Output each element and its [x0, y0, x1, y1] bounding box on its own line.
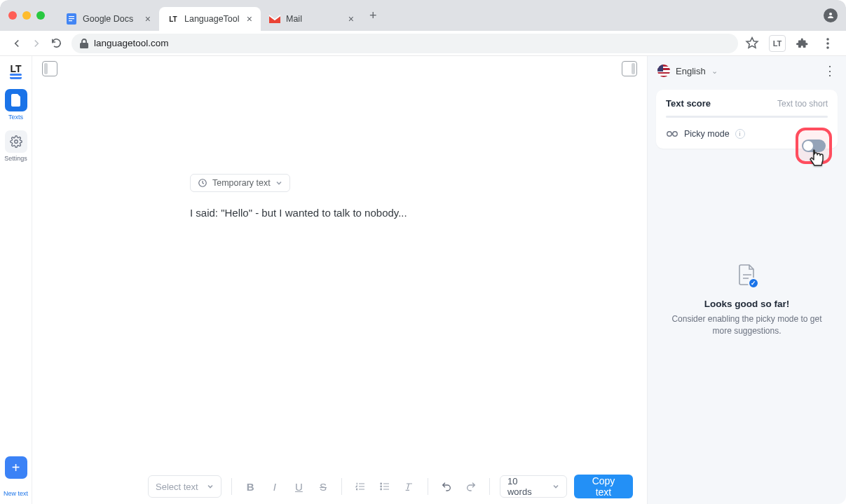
chevron-down-icon: ⌄	[711, 67, 718, 76]
svg-point-13	[381, 489, 382, 490]
select-label: Select text	[156, 482, 198, 492]
underline-button[interactable]: U	[290, 477, 308, 496]
sidebar-item-label: Settings	[4, 155, 27, 162]
tab-label: Google Docs	[83, 14, 133, 24]
svg-rect-5	[80, 43, 88, 48]
new-text-label: New text	[4, 490, 28, 497]
url-actions: LT	[744, 35, 839, 52]
editor-content[interactable]: I said: "Hello" - but I wanted to talk t…	[190, 207, 407, 219]
back-button[interactable]	[7, 34, 27, 53]
tab-languagetool[interactable]: LT LanguageTool ×	[159, 7, 261, 31]
sidebar-item-label: Texts	[8, 114, 23, 121]
svg-point-4	[829, 13, 832, 15]
italic-button[interactable]: I	[266, 477, 283, 496]
editor-header	[32, 56, 647, 81]
svg-point-6	[826, 38, 829, 41]
svg-point-12	[381, 486, 382, 487]
tab-label: LanguageTool	[184, 14, 240, 24]
reload-button[interactable]	[46, 34, 66, 53]
text-style-select[interactable]: Select text	[148, 475, 221, 498]
chevron-down-icon	[275, 179, 282, 186]
new-tab-button[interactable]: +	[362, 8, 384, 23]
divider	[428, 478, 428, 495]
left-panel-toggle[interactable]	[42, 61, 57, 76]
app-logo[interactable]: LT	[10, 63, 21, 79]
browser-menu-icon[interactable]	[819, 35, 836, 52]
browser-tab-bar: Google Docs × LT LanguageTool × Mail × +	[0, 0, 846, 31]
right-panel: English ⌄ ⋮ Text score Text too short Pi…	[647, 56, 846, 504]
svg-rect-2	[69, 18, 74, 19]
svg-rect-1	[69, 16, 74, 17]
copy-text-button[interactable]: Copy text	[574, 475, 633, 498]
empty-state-subtitle: Consider enabling the picky mode to get …	[664, 313, 829, 338]
document-title: Temporary text	[212, 178, 271, 188]
window-controls	[8, 11, 45, 20]
score-status: Text too short	[777, 99, 828, 109]
info-icon[interactable]: i	[735, 129, 745, 139]
score-title: Text score	[666, 98, 711, 109]
lock-icon	[80, 39, 88, 48]
svg-point-9	[14, 140, 18, 144]
word-count-select[interactable]: 10 words	[500, 475, 567, 498]
svg-rect-3	[69, 20, 72, 21]
strikethrough-button[interactable]: S	[315, 477, 332, 496]
panel-menu-icon[interactable]: ⋮	[824, 63, 836, 79]
divider	[341, 478, 342, 495]
left-rail: LT Texts Settings + New text	[0, 56, 32, 504]
close-tab-icon[interactable]: ×	[247, 13, 252, 25]
editor-area: Temporary text I said: "Hello" - but I w…	[32, 56, 647, 504]
redo-button[interactable]	[463, 477, 480, 496]
tab-label: Mail	[286, 14, 302, 24]
word-count-label: 10 words	[507, 476, 543, 497]
tab-google-docs[interactable]: Google Docs ×	[57, 7, 159, 31]
cursor-pointer-icon	[808, 149, 826, 170]
empty-state-title: Looks good so far!	[704, 299, 790, 309]
chevron-down-icon	[552, 483, 559, 490]
clear-format-button[interactable]	[400, 477, 418, 496]
sidebar-item-settings[interactable]: Settings	[4, 130, 27, 162]
document-check-icon: ✓	[738, 264, 756, 286]
us-flag-icon	[657, 64, 670, 77]
unordered-list-button[interactable]	[376, 477, 394, 496]
language-selector[interactable]: English ⌄ ⋮	[648, 56, 846, 86]
clock-icon	[198, 178, 207, 188]
minimize-window-button[interactable]	[22, 11, 31, 20]
undo-button[interactable]	[438, 477, 456, 496]
right-panel-toggle[interactable]	[622, 61, 637, 76]
svg-point-7	[826, 42, 829, 45]
url-text: languagetool.com	[94, 38, 169, 48]
close-window-button[interactable]	[8, 11, 17, 20]
sidebar-item-texts[interactable]: Texts	[5, 89, 27, 121]
svg-point-8	[826, 46, 829, 49]
chevron-down-icon	[207, 483, 214, 490]
document-icon	[5, 89, 27, 111]
bookmark-star-icon[interactable]	[744, 35, 760, 52]
score-progress-bar	[666, 116, 828, 118]
lt-extension-icon[interactable]: LT	[769, 35, 786, 52]
ordered-list-button[interactable]	[352, 477, 369, 496]
tab-strip: Google Docs × LT LanguageTool × Mail × +	[57, 0, 384, 31]
profile-icon[interactable]	[824, 8, 838, 22]
divider	[231, 478, 232, 495]
url-bar: languagetool.com LT	[0, 31, 846, 56]
new-text-button[interactable]: +	[5, 456, 27, 479]
google-docs-favicon-icon	[66, 13, 77, 25]
gear-icon	[5, 130, 27, 153]
bold-button[interactable]: B	[242, 477, 259, 496]
extensions-icon[interactable]	[794, 35, 811, 52]
close-tab-icon[interactable]: ×	[348, 13, 354, 25]
picky-mode-label: Picky mode	[684, 129, 730, 139]
close-tab-icon[interactable]: ×	[145, 13, 151, 25]
document-title-chip[interactable]: Temporary text	[190, 174, 290, 192]
address-bar[interactable]: languagetool.com	[71, 34, 738, 53]
forward-button[interactable]	[27, 34, 46, 53]
gmail-favicon-icon	[269, 13, 280, 25]
bottom-toolbar: Select text B I U S 10 words Copy text	[32, 469, 647, 504]
tab-mail[interactable]: Mail ×	[261, 7, 362, 31]
maximize-window-button[interactable]	[36, 11, 45, 20]
text-score-card: Text score Text too short Picky mode i	[656, 90, 838, 149]
svg-point-14	[667, 132, 671, 136]
glasses-icon	[666, 130, 678, 138]
svg-point-15	[673, 132, 677, 136]
svg-point-11	[381, 483, 382, 484]
